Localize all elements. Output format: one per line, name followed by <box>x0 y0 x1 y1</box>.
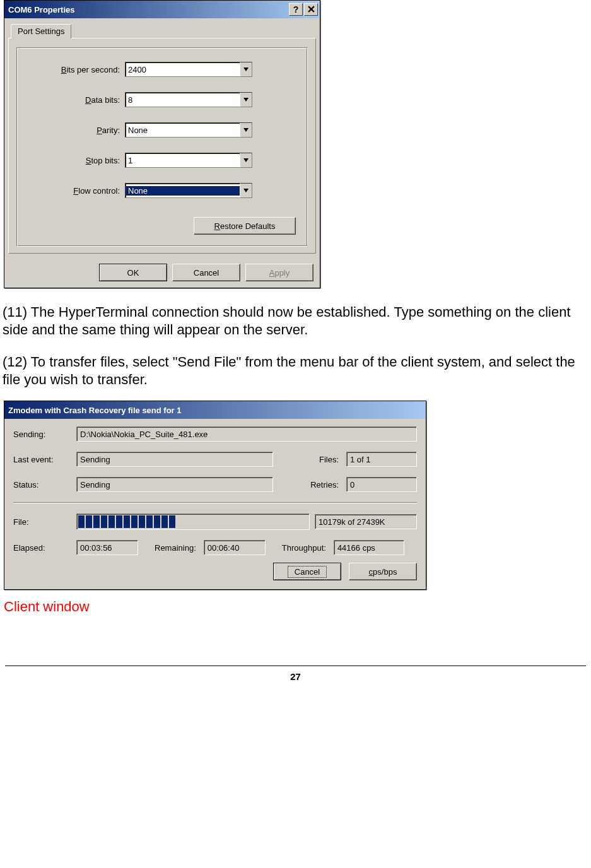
last-event-value: Sending <box>76 452 273 467</box>
flow-control-label: Flow control: <box>28 186 125 196</box>
zmodem-title: Zmodem with Crash Recovery file send for… <box>8 406 182 415</box>
file-progress-text: 10179k of 27439K <box>315 514 417 529</box>
flow-control-value: None <box>126 186 240 196</box>
status-value: Sending <box>76 477 273 492</box>
progress-segment <box>124 515 130 528</box>
cps-bps-button[interactable]: cps/bps <box>349 563 417 580</box>
remaining-value: 00:06:40 <box>204 540 266 555</box>
instruction-step-11: (11) The HyperTerminal connection should… <box>3 303 588 338</box>
chevron-down-icon[interactable] <box>240 153 252 167</box>
progress-segment <box>108 515 115 528</box>
elapsed-value: 00:03:56 <box>76 540 138 555</box>
flow-control-combo[interactable]: None <box>125 183 252 198</box>
throughput-label: Throughput: <box>282 543 329 553</box>
progress-segment <box>101 515 107 528</box>
chevron-down-icon[interactable] <box>240 123 252 137</box>
zmodem-cancel-button[interactable]: Cancel <box>273 563 341 580</box>
files-label: Files: <box>319 455 341 464</box>
progress-segment <box>161 515 168 528</box>
parity-value: None <box>126 126 240 135</box>
footer-rule <box>5 666 586 666</box>
stop-bits-label: Stop bits: <box>28 156 125 165</box>
progress-segment <box>146 515 153 528</box>
stop-bits-value: 1 <box>126 156 240 165</box>
page-number: 27 <box>0 671 591 682</box>
cancel-button[interactable]: Cancel <box>172 264 240 281</box>
tab-port-settings[interactable]: Port Settings <box>11 24 71 38</box>
com6-properties-dialog: COM6 Properties ? Port Settings Bit <box>4 0 320 288</box>
data-bits-label: Data bits: <box>28 95 125 105</box>
progress-segment <box>86 515 92 528</box>
help-button[interactable]: ? <box>289 3 303 16</box>
close-button[interactable] <box>304 3 318 16</box>
elapsed-label: Elapsed: <box>13 543 71 553</box>
parity-label: Parity: <box>28 126 125 135</box>
ok-button[interactable]: OK <box>99 264 167 281</box>
file-progress-bar <box>76 513 310 530</box>
last-event-label: Last event: <box>13 455 71 464</box>
status-label: Status: <box>13 480 71 490</box>
question-icon: ? <box>293 5 299 14</box>
data-bits-combo[interactable]: 8 <box>125 92 252 107</box>
files-value: 1 of 1 <box>346 452 417 467</box>
com6-title: COM6 Properties <box>8 5 74 15</box>
progress-segment <box>78 515 85 528</box>
progress-segment <box>116 515 122 528</box>
retries-label: Retries: <box>310 480 341 490</box>
throughput-value: 44166 cps <box>334 540 404 555</box>
stop-bits-combo[interactable]: 1 <box>125 153 252 168</box>
sending-label: Sending: <box>13 430 71 439</box>
bits-per-second-value: 2400 <box>126 65 240 74</box>
chevron-down-icon[interactable] <box>240 93 252 107</box>
close-icon <box>308 5 315 14</box>
port-settings-group: Bits per second: 2400 Data bits: 8 Parit… <box>16 47 308 247</box>
remaining-label: Remaining: <box>155 543 199 553</box>
progress-segment <box>139 515 145 528</box>
progress-segment <box>131 515 138 528</box>
data-bits-value: 8 <box>126 95 240 105</box>
restore-defaults-button[interactable]: Restore Defaults <box>194 217 296 235</box>
chevron-down-icon[interactable] <box>240 62 252 76</box>
zmodem-titlebar[interactable]: Zmodem with Crash Recovery file send for… <box>4 401 426 419</box>
divider <box>13 502 417 503</box>
sending-value: D:\Nokia\Nokia_PC_Suite_481.exe <box>76 426 417 442</box>
apply-button[interactable]: Apply <box>245 264 313 281</box>
client-window-caption: Client window <box>4 599 588 615</box>
progress-segment <box>154 515 160 528</box>
port-settings-tab-body: Bits per second: 2400 Data bits: 8 Parit… <box>8 38 316 254</box>
tab-port-settings-label: Port Settings <box>18 26 64 36</box>
progress-segment <box>169 515 175 528</box>
file-label: File: <box>13 517 71 527</box>
bits-per-second-combo[interactable]: 2400 <box>125 62 252 77</box>
parity-combo[interactable]: None <box>125 122 252 138</box>
retries-value: 0 <box>346 477 417 492</box>
instruction-step-12: (12) To transfer files, select "Send Fil… <box>3 353 588 388</box>
progress-segment <box>93 515 100 528</box>
zmodem-dialog: Zmodem with Crash Recovery file send for… <box>4 401 426 590</box>
bits-per-second-label: Bits per second: <box>28 65 125 74</box>
chevron-down-icon[interactable] <box>240 184 252 197</box>
com6-titlebar[interactable]: COM6 Properties ? <box>4 1 320 18</box>
